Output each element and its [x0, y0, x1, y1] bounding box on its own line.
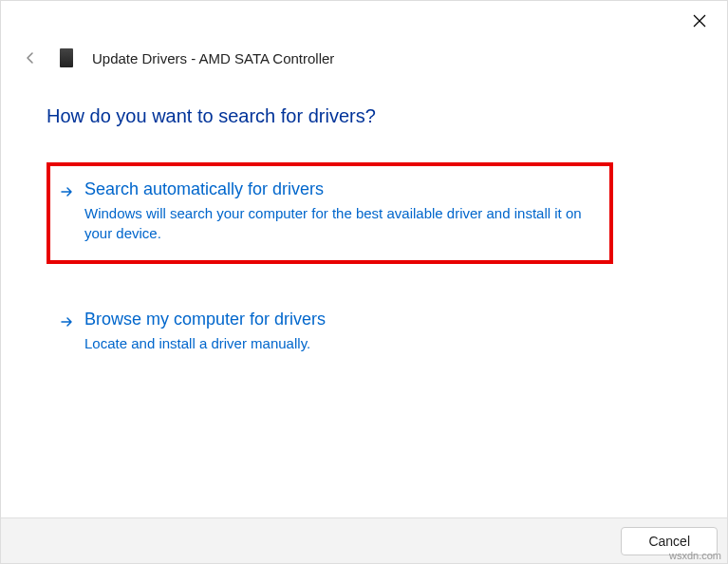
option-description: Windows will search your computer for th… — [84, 203, 600, 243]
option-search-automatically[interactable]: Search automatically for drivers Windows… — [47, 162, 613, 264]
dialog-title: Update Drivers - AMD SATA Controller — [92, 50, 334, 66]
close-button[interactable] — [693, 14, 708, 29]
option-description: Locate and install a driver manually. — [84, 333, 600, 353]
options-list: Search automatically for drivers Windows… — [47, 162, 613, 403]
close-icon — [693, 14, 706, 30]
option-title: Browse my computer for drivers — [84, 310, 600, 329]
option-browse-computer[interactable]: Browse my computer for drivers Locate an… — [47, 292, 613, 374]
option-title: Search automatically for drivers — [84, 179, 600, 199]
arrow-right-icon — [60, 315, 73, 329]
device-icon — [60, 48, 73, 67]
arrow-right-icon — [60, 185, 73, 198]
back-arrow-icon[interactable] — [24, 51, 37, 65]
dialog-footer: Cancel — [1, 517, 727, 563]
dialog-header: Update Drivers - AMD SATA Controller — [24, 48, 334, 67]
watermark: wsxdn.com — [669, 550, 721, 561]
question-heading: How do you want to search for drivers? — [47, 105, 376, 127]
